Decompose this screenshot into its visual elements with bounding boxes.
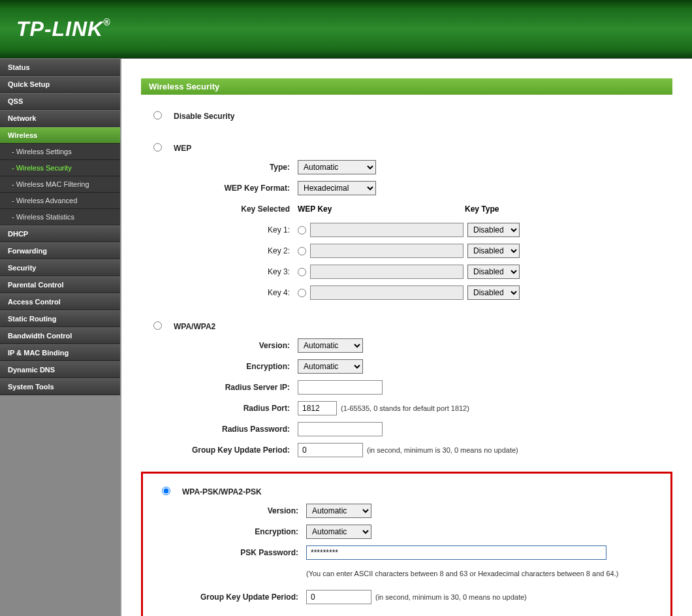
wep-key1-label: Key 1: [141,225,298,235]
radio-wpa[interactable] [153,321,162,330]
logo: TP-LINK® [16,17,111,41]
wep-key3-type-select[interactable]: Disabled [467,265,520,279]
radio-wep[interactable] [153,143,162,152]
nav-quick-setup[interactable]: Quick Setup [0,76,120,93]
sidebar: Status Quick Setup QSS Network Wireless … [0,59,121,616]
wpa-radius-pw-label: Radius Password: [141,425,298,434]
radio-disable-security[interactable] [153,111,162,120]
nav-security[interactable]: Security [0,259,120,276]
wep-type-label: Type: [141,163,298,172]
nav-wireless-advanced[interactable]: - Wireless Advanced [0,193,120,209]
wep-key3-label: Key 3: [141,267,298,276]
nav-static-routing[interactable]: Static Routing [0,310,120,327]
content-area: Wireless Security Disable Security WEP T… [121,59,692,616]
wep-key2-input[interactable] [310,244,464,258]
nav-access-control[interactable]: Access Control [0,293,120,310]
nav-network[interactable]: Network [0,110,120,127]
wep-key1-type-select[interactable]: Disabled [467,223,520,237]
nav-bandwidth-control[interactable]: Bandwidth Control [0,327,120,344]
nav-wireless-statistics[interactable]: - Wireless Statistics [0,209,120,225]
wpa-radius-port-input[interactable] [298,401,337,415]
wep-key-type-header: Key Type [465,204,499,214]
psk-password-input[interactable] [306,545,606,560]
wep-key-header: WEP Key [298,204,461,214]
nav-dhcp[interactable]: DHCP [0,225,120,242]
wep-key1-input[interactable] [310,223,464,237]
wpa-radius-port-label: Radius Port: [141,404,298,413]
wpa-encryption-select[interactable]: Automatic [298,359,363,374]
wep-key1-radio[interactable] [298,226,306,235]
wpa-encryption-label: Encryption: [141,362,298,371]
wpa-radius-ip-input[interactable] [298,380,383,395]
wep-format-select[interactable]: Hexadecimal [298,181,376,195]
wep-key-selected-label: Key Selected [141,204,298,214]
psk-encryption-select[interactable]: Automatic [306,525,371,539]
wep-key3-radio[interactable] [298,268,306,276]
nav-ip-mac-binding[interactable]: IP & MAC Binding [0,344,120,361]
label-wep: WEP [174,144,191,153]
page-title: Wireless Security [141,78,672,95]
nav-dynamic-dns[interactable]: Dynamic DNS [0,361,120,378]
wpa-psk-highlight-box: WPA-PSK/WPA2-PSK Version: Automatic Encr… [141,472,672,616]
psk-version-select[interactable]: Automatic [306,504,371,518]
wpa-radius-ip-label: Radius Server IP: [141,383,298,392]
wpa-group-key-label: Group Key Update Period: [141,446,298,455]
wep-key4-label: Key 4: [141,288,298,297]
wpa-group-key-input[interactable] [298,443,363,457]
nav-wireless-security[interactable]: - Wireless Security [0,160,120,176]
nav-qss[interactable]: QSS [0,93,120,110]
nav-system-tools[interactable]: System Tools [0,378,120,395]
nav-wireless-settings[interactable]: - Wireless Settings [0,144,120,160]
psk-group-key-label: Group Key Update Period: [149,592,306,602]
nav-status[interactable]: Status [0,59,120,76]
wpa-version-select[interactable]: Automatic [298,338,363,353]
psk-password-label: PSK Password: [149,548,306,557]
wep-key2-radio[interactable] [298,247,306,255]
psk-version-label: Version: [149,506,306,515]
radio-wpa-psk[interactable] [162,487,170,495]
wep-key4-type-select[interactable]: Disabled [467,285,520,300]
wep-format-label: WEP Key Format: [141,184,298,193]
wep-type-select[interactable]: Automatic [298,160,376,174]
wep-key2-label: Key 2: [141,246,298,255]
psk-group-key-input[interactable] [306,590,371,604]
wep-key4-radio[interactable] [298,289,306,297]
nav-parental-control[interactable]: Parental Control [0,276,120,293]
label-wpa: WPA/WPA2 [174,322,215,331]
psk-group-key-hint: (in second, minimum is 30, 0 means no up… [375,593,527,601]
nav-forwarding[interactable]: Forwarding [0,242,120,259]
wep-key2-type-select[interactable]: Disabled [467,244,520,258]
label-wpa-psk: WPA-PSK/WPA2-PSK [182,487,262,496]
wep-key4-input[interactable] [310,285,464,300]
wpa-group-key-hint: (in second, minimum is 30, 0 means no up… [367,446,518,454]
header-banner: TP-LINK® [0,0,692,59]
wep-key3-input[interactable] [310,265,464,279]
psk-encryption-label: Encryption: [149,527,306,536]
nav-wireless-mac-filtering[interactable]: - Wireless MAC Filtering [0,176,120,193]
nav-wireless[interactable]: Wireless [0,127,120,144]
wpa-version-label: Version: [141,341,298,350]
psk-password-hint: (You can enter ASCII characters between … [306,570,618,577]
wpa-radius-pw-input[interactable] [298,422,383,436]
label-disable-security: Disable Security [174,112,234,121]
wpa-radius-port-hint: (1-65535, 0 stands for default port 1812… [341,404,469,412]
